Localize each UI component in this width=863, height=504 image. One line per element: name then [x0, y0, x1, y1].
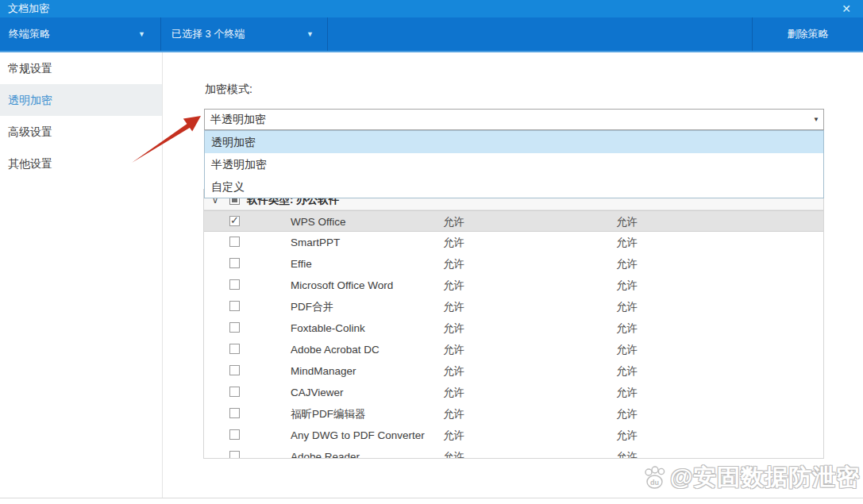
encryption-mode-dropdown-list: 透明加密半透明加密自定义: [204, 130, 824, 198]
dropdown-option[interactable]: 半透明加密: [205, 153, 823, 175]
permission-cell[interactable]: 允许: [443, 425, 464, 446]
sidebar-item[interactable]: 其他设置: [0, 148, 162, 179]
encryption-mode-label: 加密模式:: [205, 83, 252, 97]
permission-cell[interactable]: 允许: [443, 446, 464, 459]
row-checkbox[interactable]: [229, 387, 240, 397]
permission-cell[interactable]: 允许: [443, 296, 464, 317]
combobox-value: 半透明加密: [210, 110, 266, 129]
window-bottom-edge: [0, 498, 863, 498]
sidebar-item-label: 透明加密: [8, 94, 52, 106]
permission-cell[interactable]: 允许: [616, 403, 638, 425]
table-row[interactable]: Adobe Acrobat DC允许允许: [204, 339, 823, 360]
software-table-panel: ∨ 软件类型: 办公软件 ✓WPS Office允许允许SmartPPT允许允许…: [203, 189, 824, 459]
software-name: 福昕PDF编辑器: [291, 403, 366, 425]
table-row[interactable]: Adobe Reader允许允许: [204, 446, 823, 459]
software-name: WPS Office: [291, 211, 346, 233]
sidebar: 常规设置透明加密高级设置其他设置: [0, 52, 163, 498]
chevron-down-icon: ▼: [306, 17, 314, 51]
table-row[interactable]: ✓WPS Office允许允许: [204, 210, 823, 232]
permission-cell[interactable]: 允许: [616, 296, 638, 317]
toolbar: 终端策略 ▼ 已选择 3 个终端 ▼ 删除策略: [0, 17, 863, 52]
document-encryption-dialog: 文档加密 ✕ 终端策略 ▼ 已选择 3 个终端 ▼ 删除策略 常规设置透明加密高…: [0, 0, 863, 504]
sidebar-item-label: 其他设置: [8, 157, 52, 170]
terminal-policy-label: 终端策略: [9, 17, 50, 51]
permission-cell[interactable]: 允许: [443, 253, 464, 275]
check-icon: ✓: [230, 214, 239, 226]
table-row[interactable]: Foxtable-Colink允许允许: [204, 317, 823, 339]
table-row[interactable]: MindManager允许允许: [204, 360, 823, 382]
title-bar: 文档加密 ✕: [0, 0, 863, 17]
permission-cell[interactable]: 允许: [616, 339, 638, 360]
permission-cell[interactable]: 允许: [616, 317, 638, 339]
permission-cell[interactable]: 允许: [616, 360, 638, 382]
watermark: du @安固数据防泄密: [641, 462, 860, 494]
row-checkbox[interactable]: [229, 429, 240, 440]
dropdown-option[interactable]: 透明加密: [205, 131, 823, 153]
delete-policy-button[interactable]: 删除策略: [752, 17, 863, 51]
permission-cell[interactable]: 允许: [443, 339, 464, 360]
close-icon[interactable]: ✕: [838, 0, 855, 17]
permission-cell[interactable]: 允许: [616, 211, 638, 233]
selected-terminals-dropdown[interactable]: 已选择 3 个终端 ▼: [161, 17, 328, 51]
terminal-policy-dropdown[interactable]: 终端策略 ▼: [0, 17, 161, 51]
permission-cell[interactable]: 允许: [616, 382, 638, 403]
permission-cell[interactable]: 允许: [443, 275, 464, 296]
software-name: Adobe Reader: [291, 446, 360, 459]
permission-cell[interactable]: 允许: [616, 425, 638, 446]
row-checkbox[interactable]: [229, 365, 240, 375]
sidebar-item[interactable]: 透明加密: [0, 84, 162, 116]
permission-cell[interactable]: 允许: [443, 317, 464, 339]
row-checkbox[interactable]: [229, 408, 240, 418]
chevron-down-icon: ▼: [138, 17, 145, 51]
watermark-text: @安固数据防泄密: [670, 462, 860, 494]
row-checkbox[interactable]: [229, 279, 240, 290]
delete-policy-label: 删除策略: [788, 28, 829, 40]
sidebar-item[interactable]: 常规设置: [0, 52, 162, 84]
permission-cell[interactable]: 允许: [443, 232, 464, 253]
table-row[interactable]: Any DWG to PDF Converter允许允许: [204, 425, 823, 446]
sidebar-item-label: 高级设置: [8, 125, 52, 138]
software-name: MindManager: [291, 360, 356, 382]
selected-terminals-label: 已选择 3 个终端: [171, 17, 245, 51]
row-checkbox[interactable]: [229, 237, 240, 247]
combobox-arrow-icon[interactable]: ▼: [809, 110, 823, 129]
software-name: SmartPPT: [291, 232, 340, 253]
software-name: Microsoft Office Word: [291, 275, 393, 296]
table-row[interactable]: 福昕PDF编辑器允许允许: [204, 403, 823, 425]
table-row[interactable]: PDF合并允许允许: [204, 296, 823, 317]
permission-cell[interactable]: 允许: [616, 232, 638, 253]
row-checkbox[interactable]: [229, 451, 240, 459]
software-name: Effie: [291, 253, 312, 275]
sidebar-item-label: 常规设置: [8, 62, 52, 75]
paw-icon: du: [641, 464, 670, 492]
permission-cell[interactable]: 允许: [443, 360, 464, 382]
row-checkbox[interactable]: [229, 258, 240, 268]
permission-cell[interactable]: 允许: [443, 211, 464, 233]
software-rows: ✓WPS Office允许允许SmartPPT允许允许Effie允许允许Micr…: [204, 210, 823, 459]
table-row[interactable]: Effie允许允许: [204, 253, 823, 275]
software-name: Any DWG to PDF Converter: [291, 425, 425, 446]
permission-cell[interactable]: 允许: [616, 446, 638, 459]
window-title: 文档加密: [8, 0, 49, 17]
software-name: CAJViewer: [291, 382, 344, 403]
dropdown-option[interactable]: 自定义: [205, 175, 823, 198]
row-checkbox[interactable]: [229, 322, 240, 333]
sidebar-item[interactable]: 高级设置: [0, 116, 162, 148]
row-checkbox[interactable]: ✓: [229, 216, 240, 226]
permission-cell[interactable]: 允许: [443, 382, 464, 403]
software-name: Foxtable-Colink: [291, 317, 365, 339]
software-name: Adobe Acrobat DC: [291, 339, 379, 360]
row-checkbox[interactable]: [229, 344, 240, 354]
permission-cell[interactable]: 允许: [443, 403, 464, 425]
table-row[interactable]: CAJViewer允许允许: [204, 382, 823, 403]
software-name: PDF合并: [291, 296, 333, 317]
row-checkbox[interactable]: [229, 301, 240, 311]
permission-cell[interactable]: 允许: [616, 253, 638, 275]
permission-cell[interactable]: 允许: [616, 275, 638, 296]
table-row[interactable]: Microsoft Office Word允许允许: [204, 275, 823, 296]
table-row[interactable]: SmartPPT允许允许: [204, 232, 823, 253]
paw-icon-text: du: [650, 479, 659, 487]
encryption-mode-combobox[interactable]: 半透明加密 ▼: [204, 109, 824, 130]
